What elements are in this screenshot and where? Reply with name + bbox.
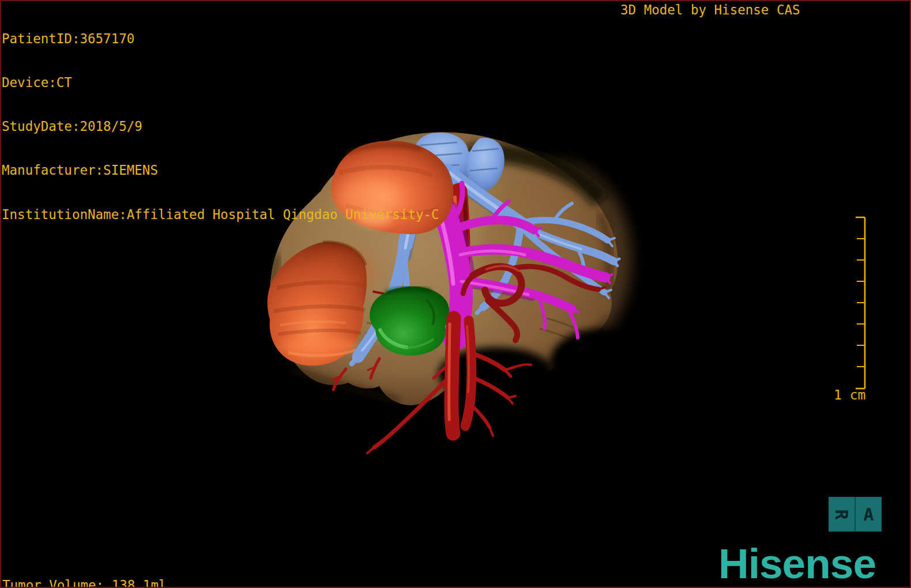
study-date-line: StudyDate:2018/5/9	[2, 119, 439, 134]
hisense-logo: Hisense	[718, 540, 876, 587]
scale-bar	[856, 217, 865, 389]
manufacturer-line: Manufacturer:SIEMENS	[2, 163, 439, 178]
patient-info-block: PatientID:3657170 Device:CT StudyDate:20…	[2, 2, 439, 251]
orientation-face-right[interactable]: R	[829, 497, 854, 532]
institution-line: InstitutionName:Affiliated Hospital Qing…	[2, 208, 439, 222]
model-watermark: 3D Model by Hisense CAS	[620, 3, 800, 17]
orientation-letter-a: A	[863, 504, 874, 525]
orientation-letter-r: R	[831, 509, 852, 519]
orientation-cube-widget[interactable]: R A	[829, 497, 882, 532]
patient-id-line: PatientID:3657170	[2, 32, 439, 46]
orientation-face-anterior[interactable]: A	[854, 497, 882, 532]
device-line: Device:CT	[2, 76, 439, 90]
viewer-screen: PatientID:3657170 Device:CT StudyDate:20…	[0, 0, 911, 588]
volume-info-block: Tumor Volume: 138.1ml Liver Volume: 704m…	[2, 548, 166, 588]
scale-bar-label: 1 cm	[834, 387, 865, 402]
tumor-volume-line: Tumor Volume: 138.1ml	[2, 578, 166, 588]
